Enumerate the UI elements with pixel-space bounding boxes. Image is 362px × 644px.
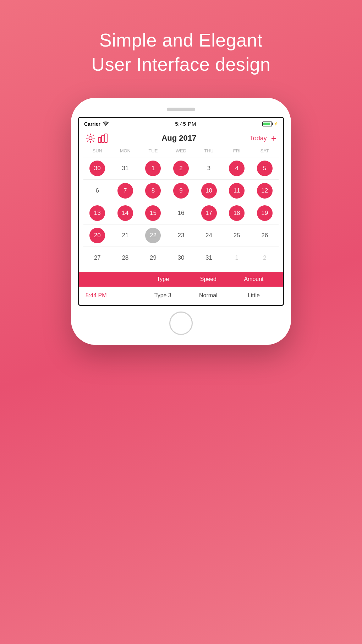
today-button[interactable]: Today: [250, 135, 267, 142]
day-8[interactable]: 8: [139, 182, 167, 200]
day-13[interactable]: 13: [83, 204, 111, 222]
svg-rect-2: [102, 136, 104, 142]
day-15[interactable]: 15: [139, 204, 167, 222]
day-16[interactable]: 16: [167, 204, 195, 222]
day-header-sun: SUN: [83, 147, 111, 155]
day-21[interactable]: 21: [111, 227, 139, 244]
add-button[interactable]: +: [271, 134, 276, 143]
day-26[interactable]: 26: [251, 227, 279, 244]
day-header-mon: MON: [111, 147, 139, 155]
table-cell-type: Type 3: [140, 292, 186, 299]
week-2: 6 7 8 9 10 11 12: [83, 179, 279, 202]
table-cell-time: 5:44 PM: [86, 292, 140, 299]
day-30[interactable]: 30: [167, 249, 195, 267]
day-11[interactable]: 11: [223, 182, 251, 200]
table-cell-speed: Normal: [186, 292, 231, 299]
table-section: Type Speed Amount 5:44 PM Type 3 Normal …: [79, 272, 283, 305]
day-30-prev[interactable]: 30: [83, 159, 111, 177]
week-3: 13 14 15 16 17 18 19: [83, 202, 279, 224]
day-header-tue: TUE: [139, 147, 167, 155]
day-2-next: 2: [251, 249, 279, 267]
app-header: Aug 2017 Today +: [79, 129, 283, 147]
day-20[interactable]: 20: [83, 227, 111, 244]
settings-icon[interactable]: [86, 133, 95, 143]
week-1: 30 31 1 2 3 4 5: [83, 157, 279, 179]
table-header-speed: Speed: [186, 276, 231, 282]
day-1[interactable]: 1: [139, 159, 167, 177]
day-24[interactable]: 24: [195, 227, 223, 244]
header-month: Aug 2017: [108, 134, 250, 143]
day-27[interactable]: 27: [83, 249, 111, 267]
day-2[interactable]: 2: [167, 159, 195, 177]
day-12[interactable]: 12: [251, 182, 279, 200]
wifi-icon: [103, 121, 109, 126]
table-row[interactable]: 5:44 PM Type 3 Normal Little: [79, 287, 283, 305]
day-10[interactable]: 10: [195, 182, 223, 200]
day-header-fri: FRI: [223, 147, 251, 155]
svg-rect-3: [105, 134, 107, 142]
day-23[interactable]: 23: [167, 227, 195, 244]
table-header-time: [86, 276, 140, 282]
day-17[interactable]: 17: [195, 204, 223, 222]
table-header: Type Speed Amount: [79, 272, 283, 287]
table-header-type: Type: [140, 276, 186, 282]
calendar: SUN MON TUE WED THU FRI SAT 30 31 1 2 3 …: [79, 147, 283, 269]
phone-screen: Carrier 5:45 PM ⚡: [78, 117, 284, 306]
day-28[interactable]: 28: [111, 249, 139, 267]
day-14[interactable]: 14: [111, 204, 139, 222]
day-7[interactable]: 7: [111, 182, 139, 200]
week-4: 20 21 22 23 24 25 26: [83, 224, 279, 247]
phone-shell: Carrier 5:45 PM ⚡: [71, 98, 291, 345]
day-1-next: 1: [223, 249, 251, 267]
day-3[interactable]: 3: [195, 159, 223, 177]
day-18[interactable]: 18: [223, 204, 251, 222]
day-31-prev[interactable]: 31: [111, 159, 139, 177]
svg-point-0: [89, 137, 92, 140]
svg-rect-1: [98, 137, 101, 142]
status-time: 5:45 PM: [175, 121, 196, 127]
day-4[interactable]: 4: [223, 159, 251, 177]
day-5[interactable]: 5: [251, 159, 279, 177]
day-header-thu: THU: [195, 147, 223, 155]
day-header-wed: WED: [167, 147, 195, 155]
day-31[interactable]: 31: [195, 249, 223, 267]
headline: Simple and Elegant User Interface design: [92, 28, 271, 76]
day-9[interactable]: 9: [167, 182, 195, 200]
chart-icon[interactable]: [98, 133, 108, 143]
day-29[interactable]: 29: [139, 249, 167, 267]
table-header-amount: Amount: [231, 276, 276, 282]
day-headers: SUN MON TUE WED THU FRI SAT: [83, 147, 279, 155]
day-25[interactable]: 25: [223, 227, 251, 244]
day-6[interactable]: 6: [83, 182, 111, 200]
battery-icon: ⚡: [262, 121, 278, 126]
status-bar: Carrier 5:45 PM ⚡: [79, 118, 283, 129]
day-19[interactable]: 19: [251, 204, 279, 222]
week-5: 27 28 29 30 31 1 2: [83, 247, 279, 269]
table-cell-amount: Little: [231, 292, 276, 299]
carrier-label: Carrier: [84, 121, 100, 127]
day-22[interactable]: 22: [139, 227, 167, 244]
day-header-sat: SAT: [251, 147, 279, 155]
